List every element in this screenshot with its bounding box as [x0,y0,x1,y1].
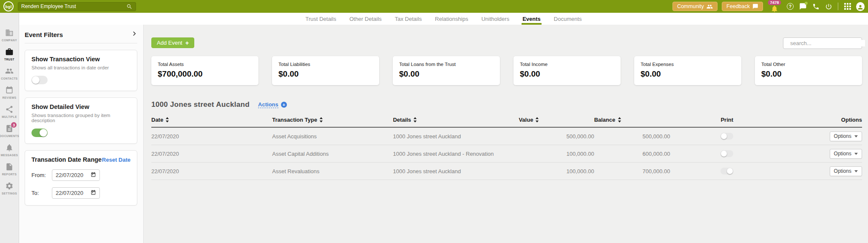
sidebar-item-company[interactable]: COMPANY [0,26,19,45]
calendar-icon[interactable] [91,172,96,179]
calendar-icon[interactable] [91,189,96,197]
gear-icon [5,182,14,190]
bell-icon [771,5,779,13]
table-body: 22/07/2020 Asset Acquisitions 1000 Jones… [151,128,862,180]
bell-icon [5,143,14,152]
tab-tax-details[interactable]: Tax Details [394,13,423,25]
print-toggle[interactable] [720,133,733,140]
summary-card-label: Total Loans from the Trust [399,62,494,67]
sidebar-item-reports[interactable]: REPORTS [0,160,19,179]
print-toggle[interactable] [720,168,733,174]
chat-button[interactable] [799,2,807,11]
filter-toggle-card: Show Transaction View Shows all transact… [25,50,137,91]
sidebar-item-trust[interactable]: TRUST [0,45,19,64]
tab-events[interactable]: Events [522,13,542,25]
collapse-filters-button[interactable] [131,31,137,38]
tab-relationships[interactable]: Relationships [434,13,469,25]
summary-card: Total Income $0.00 [513,56,621,85]
column-header-options[interactable]: Options [784,117,862,123]
column-header-print[interactable]: Print [670,117,784,123]
add-event-button[interactable]: Add Event + [151,37,194,48]
sort-icon[interactable] [165,117,169,123]
summary-card-label: Total Expenses [641,62,735,67]
sort-icon[interactable] [413,117,417,123]
briefcase-icon [5,48,14,56]
sidebar-item-documents[interactable]: 3 DOCUMENTS [0,121,19,140]
global-search[interactable] [18,2,136,11]
sidebar-item-settings[interactable]: SETTINGS [0,179,19,198]
events-search[interactable] [783,37,862,49]
sidebar-item-label: MULTIPLE [2,115,17,118]
caret-down-icon [854,170,858,172]
options-button[interactable]: Options [830,166,862,176]
column-header-transaction-type[interactable]: Transaction Type [272,117,393,123]
person-icon [857,4,864,11]
caret-down-icon [854,153,858,155]
options-button[interactable]: Options [830,149,862,159]
sidebar-item-reviews[interactable]: REVIEWS [0,83,19,102]
plus-icon: + [185,40,189,46]
sidebar-item-contacts[interactable]: CONTACTS [0,64,19,83]
account-button[interactable] [856,2,865,11]
topbar-divider [838,3,838,10]
actions-link[interactable]: Actions + [258,101,287,108]
print-toggle[interactable] [720,150,733,157]
sidebar-item-label: SETTINGS [2,192,17,195]
filter-toggle[interactable] [31,129,48,137]
notifications-bell[interactable]: 7478 [767,0,782,13]
to-date-input[interactable] [56,190,87,196]
options-button[interactable]: Options [830,132,862,141]
tab-documents[interactable]: Documents [553,13,583,25]
help-button[interactable]: ? [786,2,794,11]
community-button[interactable]: Community [672,2,718,11]
topbar: bgl Community Feedback 7478 ? [0,0,868,13]
apps-grid-icon [844,3,851,10]
apps-button[interactable] [843,2,852,11]
summary-card-label: Total Liabilities [278,62,373,67]
sort-icon[interactable] [319,117,323,123]
column-header-value[interactable]: Value [519,117,594,123]
column-header-details[interactable]: Details [393,117,519,123]
global-search-input[interactable] [21,3,124,9]
filter-toggle[interactable] [31,76,48,84]
asset-section-title: 1000 Jones street Auckland [151,100,250,109]
sidebar-item-multiple[interactable]: MULTIPLE [0,102,19,121]
table-row: 22/07/2020 Asset Revaluations 1000 Jones… [151,163,862,180]
chat-status-dot [805,2,808,5]
sort-icon[interactable] [535,117,539,123]
column-header-date[interactable]: Date [151,117,272,123]
to-date-field[interactable] [52,187,100,199]
table-header: Date Transaction Type Details Value Bala… [151,117,862,128]
date-range-card: Transaction Date Range Reset Date From: … [25,150,137,206]
tab-unitholders[interactable]: Unitholders [480,13,510,25]
summary-card-label: Total Income [520,62,614,67]
community-people-icon [706,3,713,10]
summary-card-label: Total Assets [158,62,252,67]
sidebar-item-messages[interactable]: MESSAGES [0,140,19,160]
reset-date-link[interactable]: Reset Date [102,157,130,163]
share-icon [5,105,14,114]
events-search-input[interactable] [790,40,865,46]
from-date-input[interactable] [56,172,87,178]
event-filters-panel: Event Filters Show Transaction View Show… [19,25,144,243]
people-icon [5,67,14,75]
summary-cards: Total Assets $700,000.00 Total Liabiliti… [151,56,862,85]
calendar-icon [5,86,14,94]
summary-card-value: $700,000.00 [158,69,252,79]
tab-trust-details[interactable]: Trust Details [304,13,337,25]
feedback-button[interactable]: Feedback [722,2,763,11]
search-icon [126,3,133,10]
from-date-field[interactable] [52,169,100,181]
column-header-balance[interactable]: Balance [594,117,670,123]
help-icon: ? [787,3,794,10]
sidebar-item-label: REVIEWS [2,96,16,99]
feedback-label: Feedback [726,3,750,9]
logout-button[interactable] [824,2,833,11]
filter-toggle-card: Show Detailed View Shows transactions gr… [25,97,137,144]
tab-other-details[interactable]: Other Details [349,13,383,25]
bgl-logo[interactable]: bgl [3,1,14,11]
sort-icon[interactable] [618,117,621,123]
filters-divider [25,43,137,43]
sidebar-nav: COMPANY TRUST CONTACTS REVIEWS [0,13,19,243]
phone-button[interactable] [811,2,820,11]
